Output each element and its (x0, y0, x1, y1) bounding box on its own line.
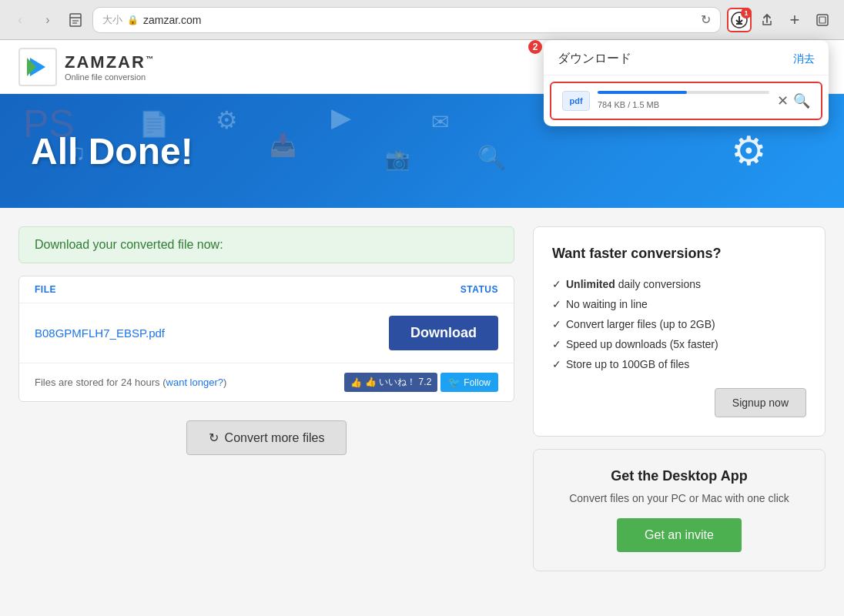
download-size: 784 KB / 1.5 MB (598, 100, 659, 109)
label-2-badge: 2 (528, 40, 542, 54)
check-icon: ✓ (552, 338, 561, 350)
lock-icon: 🔒 (127, 15, 139, 25)
url-display: zamzar.com (143, 14, 201, 26)
add-tab-button[interactable]: + (782, 8, 807, 32)
svg-rect-8 (819, 17, 826, 23)
download-toolbar-button[interactable]: 1 (727, 8, 752, 32)
hero-title: All Done! (31, 130, 193, 172)
check-icon: ✓ (552, 318, 561, 330)
logo-tagline: Online file conversion (65, 72, 155, 82)
file-table-header: FILE STATUS (19, 276, 514, 303)
download-item: pdf 784 KB / 1.5 MB ✕ 🔍 (550, 82, 822, 120)
download-notice: Download your converted file now: (18, 226, 514, 263)
download-item-type: pdf (562, 91, 590, 111)
logo-text: ZAMZAR™ Online file conversion (65, 52, 155, 82)
download-panel: ダウンロード 消去 pdf 784 KB / 1.5 MB ✕ 🔍 (544, 40, 829, 126)
download-item-actions: ✕ 🔍 (777, 92, 810, 109)
fb-like-icon: 👍 (350, 377, 362, 388)
desktop-app-desc: Convert files on your PC or Mac with one… (552, 492, 806, 504)
file-name-link[interactable]: B08GPMFLH7_EBSP.pdf (35, 326, 389, 340)
feature-item: ✓ Speed up downloads (5x faster) (552, 334, 806, 354)
badge-num: 1 (741, 8, 752, 18)
check-icon: ✓ (552, 278, 561, 290)
upsell-title: Want faster conversions? (552, 246, 806, 262)
col-status-label: STATUS (461, 284, 498, 295)
download-panel-header: ダウンロード 消去 (544, 40, 829, 75)
check-icon: ✓ (552, 358, 561, 370)
feature-item: ✓ Unlimited daily conversions (552, 274, 806, 294)
lang-hint: 大小 (102, 13, 122, 27)
left-column: Download your converted file now: FILE S… (18, 226, 514, 571)
desktop-app-card: Get the Desktop App Convert files on you… (533, 449, 826, 571)
logo-icon (18, 48, 57, 86)
site-logo: ZAMZAR™ Online file conversion (18, 48, 155, 86)
get-invite-button[interactable]: Get an invite (617, 518, 742, 552)
address-bar[interactable]: 大小 🔒 zamzar.com ↻ (92, 7, 721, 33)
download-search-button[interactable]: 🔍 (793, 92, 810, 109)
desktop-app-title: Get the Desktop App (552, 468, 806, 484)
signup-button[interactable]: Signup now (715, 388, 806, 417)
right-column: Want faster conversions? ✓ Unlimited dai… (533, 226, 826, 571)
progress-bar-fill (598, 91, 687, 94)
storage-note: Files are stored for 24 hours (want long… (35, 377, 226, 388)
upsell-card: Want faster conversions? ✓ Unlimited dai… (533, 226, 826, 437)
feature-item: ✓ No waiting in line (552, 294, 806, 314)
facebook-like-button[interactable]: 👍 👍 いいね！ 7.2 (344, 373, 437, 392)
file-table: FILE STATUS B08GPMFLH7_EBSP.pdf Download… (18, 276, 514, 402)
download-item-info: 784 KB / 1.5 MB (598, 91, 769, 111)
download-clear-button[interactable]: 消去 (793, 52, 815, 66)
back-button[interactable]: ‹ (9, 9, 31, 31)
forward-button[interactable]: › (37, 9, 59, 31)
website-content: ZAMZAR™ Online file conversion DEVELOPER… (0, 40, 844, 616)
social-buttons: 👍 👍 いいね！ 7.2 🐦 Follow (344, 373, 498, 392)
feature-list: ✓ Unlimited daily conversions ✓ No waiti… (552, 274, 806, 374)
download-panel-title: ダウンロード (558, 51, 631, 67)
download-button[interactable]: Download (389, 316, 498, 350)
toolbar-actions: 1 + (727, 8, 835, 32)
refresh-icon: ↻ (209, 430, 219, 445)
feature-item: ✓ Convert larger files (up to 2GB) (552, 314, 806, 334)
browser-chrome: ‹ › 大小 🔒 zamzar.com ↻ 1 (0, 0, 844, 40)
convert-more-section: ↻ Convert more files (18, 402, 514, 474)
reload-button[interactable]: ↻ (701, 12, 711, 27)
convert-more-button[interactable]: ↻ Convert more files (186, 420, 347, 455)
progress-bar-bg (598, 91, 769, 94)
tab-overview-button[interactable] (810, 8, 835, 32)
feature-item: ✓ Store up to 100GB of files (552, 354, 806, 374)
file-table-footer: Files are stored for 24 hours (want long… (19, 363, 514, 401)
col-file-label: FILE (35, 284, 461, 295)
svg-rect-7 (817, 15, 828, 25)
gear-icon: ⚙ (731, 128, 767, 174)
share-button[interactable] (755, 8, 779, 32)
logo-name: ZAMZAR™ (65, 52, 155, 72)
main-content: Download your converted file now: FILE S… (0, 208, 844, 590)
twitter-follow-button[interactable]: 🐦 Follow (440, 373, 498, 392)
download-cancel-button[interactable]: ✕ (777, 92, 789, 109)
check-icon: ✓ (552, 298, 561, 310)
svg-rect-0 (70, 14, 81, 26)
twitter-icon: 🐦 (448, 377, 461, 388)
file-table-row: B08GPMFLH7_EBSP.pdf Download (19, 303, 514, 363)
bookmarks-button[interactable] (65, 9, 86, 31)
want-longer-link[interactable]: want longer? (166, 377, 223, 388)
